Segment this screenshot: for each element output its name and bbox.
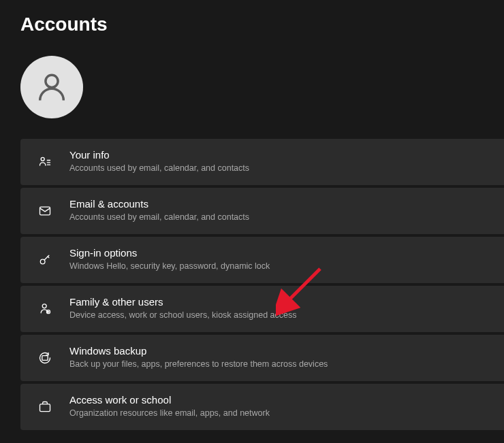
page-title: Accounts xyxy=(0,0,504,35)
settings-list: Your info Accounts used by email, calend… xyxy=(20,139,504,430)
row-access-work-school[interactable]: Access work or school Organization resou… xyxy=(20,384,504,430)
row-desc: Accounts used by email, calendar, and co… xyxy=(69,163,249,175)
svg-rect-5 xyxy=(40,207,50,215)
row-desc: Device access, work or school users, kio… xyxy=(69,310,296,322)
row-windows-backup[interactable]: Windows backup Back up your files, apps,… xyxy=(20,335,504,381)
row-desc: Organization resources like email, apps,… xyxy=(69,408,270,420)
row-title: Email & accounts xyxy=(69,198,249,211)
key-icon xyxy=(31,253,59,267)
row-title: Windows backup xyxy=(69,345,328,358)
svg-rect-11 xyxy=(42,356,48,361)
row-title: Access work or school xyxy=(69,394,270,407)
row-desc: Windows Hello, security key, password, d… xyxy=(69,261,270,273)
row-email-accounts[interactable]: Email & accounts Accounts used by email,… xyxy=(20,188,504,234)
briefcase-icon xyxy=(31,400,59,414)
row-signin-options[interactable]: Sign-in options Windows Hello, security … xyxy=(20,237,504,283)
avatar xyxy=(20,56,83,118)
row-desc: Back up your files, apps, preferences to… xyxy=(69,359,328,371)
row-title: Your info xyxy=(69,149,249,162)
row-desc: Accounts used by email, calendar, and co… xyxy=(69,212,249,224)
backup-icon xyxy=(31,351,59,365)
row-family-other-users[interactable]: Family & other users Device access, work… xyxy=(20,286,504,332)
row-title: Sign-in options xyxy=(69,247,270,260)
svg-rect-12 xyxy=(40,404,50,412)
mail-icon xyxy=(31,204,59,218)
your-info-icon xyxy=(31,155,59,169)
person-icon xyxy=(34,69,69,105)
row-title: Family & other users xyxy=(69,296,296,309)
svg-point-0 xyxy=(46,75,58,87)
row-your-info[interactable]: Your info Accounts used by email, calend… xyxy=(20,139,504,185)
svg-point-7 xyxy=(42,304,46,308)
svg-point-1 xyxy=(41,157,44,161)
family-icon xyxy=(31,302,59,316)
